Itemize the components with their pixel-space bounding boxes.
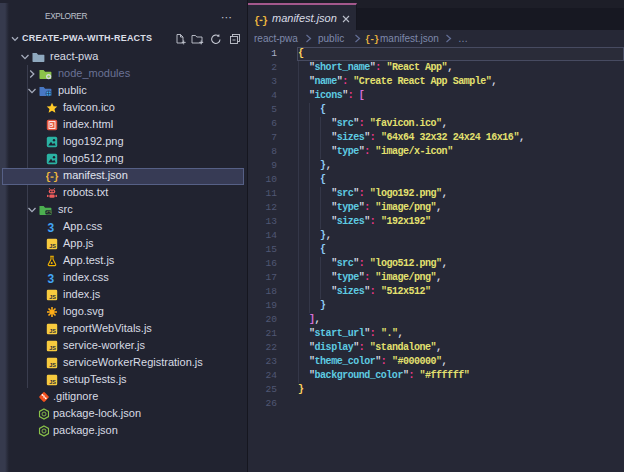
- svg-text:JS: JS: [49, 379, 56, 385]
- svg-text:}: }: [262, 16, 268, 27]
- svg-text:}: }: [53, 172, 59, 183]
- svg-text:JS: JS: [49, 362, 56, 368]
- svg-text:JS: JS: [49, 243, 56, 249]
- svg-text:3: 3: [48, 272, 55, 284]
- svg-text:<>: <>: [46, 210, 52, 215]
- svg-text:JS: JS: [49, 294, 56, 300]
- svg-text:{: {: [46, 172, 51, 183]
- svg-text:JS: JS: [49, 345, 56, 351]
- svg-text:JS: JS: [49, 328, 56, 334]
- svg-text:3: 3: [48, 221, 55, 233]
- svg-text:{: {: [255, 16, 260, 27]
